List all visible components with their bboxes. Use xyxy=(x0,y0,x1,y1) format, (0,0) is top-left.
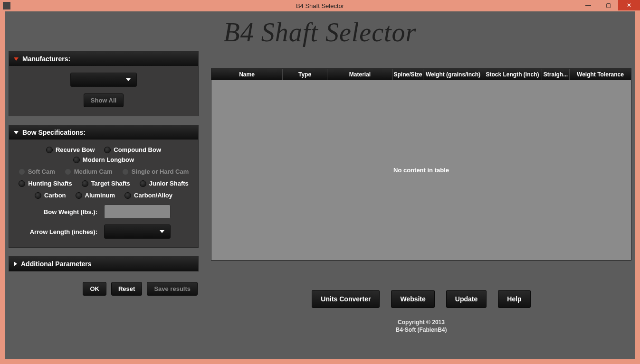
minimize-button[interactable]: — xyxy=(578,0,598,10)
manufacturers-title: Manufacturers: xyxy=(22,55,70,63)
col-spine[interactable]: Spine/Size xyxy=(393,69,423,80)
bow-type-group: Recurve Bow Compound Bow Modern Longbow xyxy=(17,146,191,163)
results-table: Name Type Material Spine/Size Weight (gr… xyxy=(211,68,631,261)
update-button[interactable]: Update xyxy=(446,290,487,308)
table-empty-message: No content in table xyxy=(393,167,449,174)
units-converter-button[interactable]: Units Converter xyxy=(312,290,380,308)
bow-spec-panel: Bow Specifications: Recurve Bow Compound… xyxy=(9,125,199,248)
radio-icon xyxy=(140,180,146,187)
radio-modern-longbow[interactable]: Modern Longbow xyxy=(73,156,134,163)
footer-buttons: Units Converter Website Update Help xyxy=(211,290,631,308)
col-type[interactable]: Type xyxy=(283,69,327,80)
col-weight[interactable]: Weight (grains/inch) xyxy=(423,69,483,80)
show-all-button[interactable]: Show All xyxy=(84,93,124,107)
col-stock-length[interactable]: Stock Length (inch) xyxy=(483,69,542,80)
maximize-button[interactable]: ▢ xyxy=(598,0,618,10)
bow-spec-title: Bow Specifications: xyxy=(22,129,86,136)
copyright: Copyright © 2013 B4-Soft (FabienB4) xyxy=(211,318,631,334)
table-body: No content in table xyxy=(211,80,631,260)
radio-icon xyxy=(46,147,53,153)
reset-button[interactable]: Reset xyxy=(111,282,142,296)
radio-target[interactable]: Target Shafts xyxy=(82,180,130,187)
manufacturers-header[interactable]: Manufacturers: xyxy=(9,52,198,66)
bow-spec-header[interactable]: Bow Specifications: xyxy=(9,125,198,140)
radio-icon xyxy=(82,180,88,187)
col-straightness[interactable]: Straigh... xyxy=(542,69,570,80)
radio-hunting[interactable]: Hunting Shafts xyxy=(19,180,72,187)
radio-aluminum[interactable]: Aluminum xyxy=(76,192,115,199)
caret-down-icon xyxy=(126,78,131,81)
chevron-down-icon xyxy=(14,131,19,134)
bow-weight-input[interactable] xyxy=(104,205,171,219)
radio-icon xyxy=(19,180,25,187)
radio-icon xyxy=(76,192,82,199)
radio-icon xyxy=(124,192,131,199)
radio-recurve[interactable]: Recurve Bow xyxy=(46,146,95,153)
cam-group: Soft Cam Medium Cam Single or Hard Cam xyxy=(17,168,191,175)
title-bar: B4 Shaft Selector — ▢ ✕ xyxy=(0,0,640,11)
copyright-line2: B4-Soft (FabienB4) xyxy=(211,326,631,334)
additional-header[interactable]: Additional Parameters xyxy=(9,257,198,271)
app-title: B4 Shaft Selector xyxy=(9,17,631,47)
radio-icon xyxy=(122,168,129,175)
radio-icon xyxy=(104,147,111,153)
arrow-length-label: Arrow Length (inches): xyxy=(17,228,97,235)
manufacturers-panel: Manufacturers: Show All xyxy=(9,51,199,116)
shaft-type-group: Hunting Shafts Target Shafts Junior Shaf… xyxy=(17,180,191,187)
material-group: Carbon Aluminum Carbon/Alloy xyxy=(17,192,191,199)
radio-compound[interactable]: Compound Bow xyxy=(104,146,161,153)
chevron-right-icon xyxy=(14,261,17,266)
website-button[interactable]: Website xyxy=(391,290,434,308)
window-controls: — ▢ ✕ xyxy=(578,0,640,10)
window-title: B4 Shaft Selector xyxy=(296,2,344,9)
radio-carbon-alloy[interactable]: Carbon/Alloy xyxy=(124,192,172,199)
radio-icon xyxy=(35,192,41,199)
help-button[interactable]: Help xyxy=(498,290,530,308)
col-weight-tolerance[interactable]: Weight Tolerance xyxy=(570,69,631,80)
radio-icon xyxy=(73,157,80,163)
action-buttons: OK Reset Save results xyxy=(9,282,199,296)
radio-junior[interactable]: Junior Shafts xyxy=(140,180,189,187)
radio-soft-cam: Soft Cam xyxy=(19,168,55,175)
radio-hard-cam: Single or Hard Cam xyxy=(122,168,189,175)
radio-carbon[interactable]: Carbon xyxy=(35,192,66,199)
additional-title: Additional Parameters xyxy=(21,260,92,268)
radio-icon xyxy=(19,168,25,175)
col-material[interactable]: Material xyxy=(327,69,393,80)
ok-button[interactable]: OK xyxy=(83,282,106,296)
col-name[interactable]: Name xyxy=(211,69,283,80)
radio-medium-cam: Medium Cam xyxy=(65,168,113,175)
save-results-button[interactable]: Save results xyxy=(147,282,198,296)
radio-icon xyxy=(65,168,71,175)
chevron-down-icon xyxy=(14,57,19,61)
bow-weight-label: Bow Weight (lbs.): xyxy=(17,208,97,215)
copyright-line1: Copyright © 2013 xyxy=(211,318,631,326)
app-icon xyxy=(3,2,10,9)
manufacturer-select[interactable] xyxy=(70,73,137,87)
arrow-length-select[interactable] xyxy=(104,224,171,239)
table-header-row: Name Type Material Spine/Size Weight (gr… xyxy=(211,69,631,80)
close-button[interactable]: ✕ xyxy=(618,0,640,10)
caret-down-icon xyxy=(160,230,164,233)
app-body: B4 Shaft Selector Manufacturers: Show Al… xyxy=(5,11,635,359)
additional-panel: Additional Parameters xyxy=(9,256,199,271)
